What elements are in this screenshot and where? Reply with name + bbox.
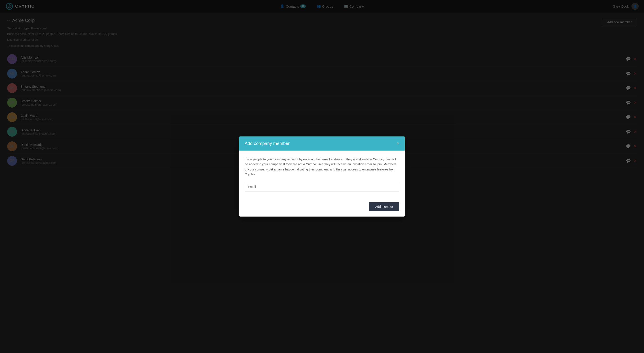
modal-body: Invite people to your company account by… [239,151,405,202]
email-input[interactable] [245,182,399,191]
modal-footer: Add member [239,202,405,217]
modal-close-button[interactable]: × [397,141,399,146]
modal-title: Add company member [245,141,290,146]
modal-description: Invite people to your company account by… [245,157,399,177]
modal-header: Add company member × [239,136,405,151]
modal-overlay[interactable]: Add company member × Invite people to yo… [0,0,644,353]
add-member-submit-button[interactable]: Add member [369,202,399,211]
add-member-modal: Add company member × Invite people to yo… [239,136,405,217]
